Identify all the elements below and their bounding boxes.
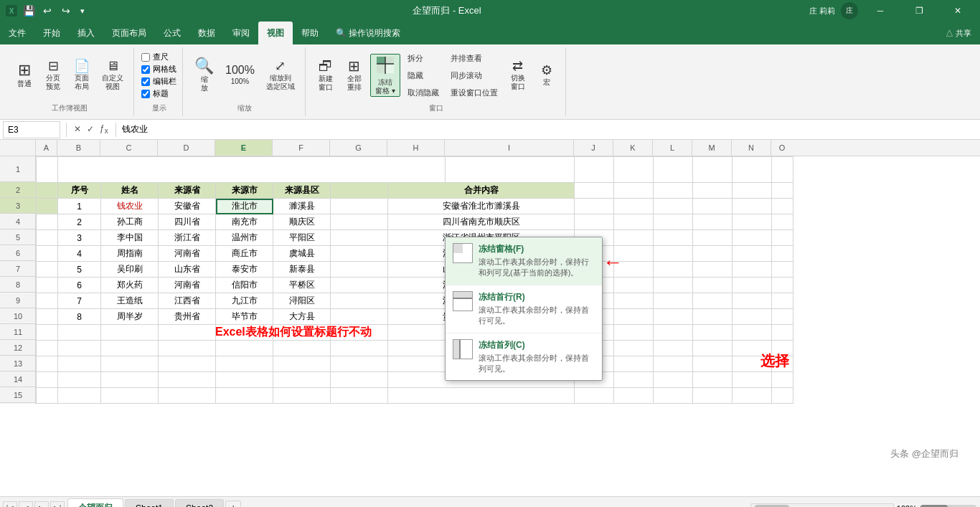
col-header-K[interactable]: K [613,140,653,156]
ruler-checkbox[interactable] [141,53,150,62]
cell-K1[interactable] [614,157,654,183]
col-header-B[interactable]: B [57,140,100,156]
tab-file[interactable]: 文件 [0,22,34,44]
side-by-side-button[interactable]: 并排查看 [446,50,502,66]
cell-C5[interactable]: 李中国 [101,230,159,246]
cell-A1[interactable] [37,157,58,183]
col-header-F[interactable]: F [273,140,330,156]
headings-checkbox[interactable] [141,90,150,98]
close-button[interactable]: ✕ [941,0,974,22]
cell-J3[interactable] [575,199,614,214]
cell-A4[interactable] [37,214,58,230]
zoom-slider[interactable] [920,505,977,508]
col-header-C[interactable]: C [100,140,158,156]
cell-A9[interactable] [37,293,58,309]
tab-data[interactable]: 数据 [189,22,224,44]
row-header-14[interactable]: 14 [0,371,36,387]
cell-I1[interactable] [446,157,575,183]
cell-E5[interactable]: 温州市 [216,230,273,246]
col-header-E[interactable]: E [215,140,273,156]
cell-K3[interactable] [614,199,654,214]
unhide-button[interactable]: 取消隐藏 [403,85,443,100]
cell-F5[interactable]: 平阳区 [273,230,331,246]
col-header-D[interactable]: D [158,140,215,156]
formulabar-checkbox[interactable] [141,77,150,86]
col-header-M[interactable]: M [692,140,732,156]
col-header-H[interactable]: H [387,140,445,156]
cell-F8[interactable]: 平桥区 [273,278,331,293]
cell-D6[interactable]: 河南省 [159,246,216,262]
cell-C3[interactable]: 钱农业 [101,199,159,214]
tab-page-layout[interactable]: 页面布局 [103,22,155,44]
cell-N1[interactable] [732,157,772,183]
cell-G2[interactable] [331,183,388,199]
row-header-5[interactable]: 5 [0,229,36,245]
cell-C10[interactable]: 周半岁 [101,309,159,325]
cell-D9[interactable]: 江西省 [159,293,216,309]
cell-E9[interactable]: 九江市 [216,293,273,309]
cell-G7[interactable] [331,262,388,278]
cell-F7[interactable]: 新泰县 [273,262,331,278]
freeze-first-col-item[interactable]: 冻结首列(C) 滚动工作表其余部分时，保持首列可见。 [446,333,602,381]
cell-D2[interactable]: 来源省 [159,183,216,199]
cell-F9[interactable]: 浔阳区 [273,293,331,309]
row-header-4[interactable]: 4 [0,214,36,229]
row-header-2[interactable]: 2 [0,182,36,198]
col-header-N[interactable]: N [732,140,771,156]
row-header-12[interactable]: 12 [0,340,36,356]
add-sheet-button[interactable]: + [225,501,241,508]
macro-button[interactable]: ⚙ 宏 [534,54,560,97]
cell-H2-merged[interactable]: 合并内容 [388,183,575,199]
row-header-1[interactable]: 1 [0,156,36,182]
cell-E6[interactable]: 商丘市 [216,246,273,262]
cell-C4[interactable]: 孙工商 [101,214,159,230]
freeze-top-row-item[interactable]: 冻结首行(R) 滚动工作表其余部分时，保持首行可见。 [446,285,602,333]
cell-A8[interactable] [37,278,58,293]
cell-O1[interactable] [772,157,793,183]
cell-M1[interactable] [693,157,732,183]
cell-B7[interactable]: 5 [58,262,101,278]
cell-D4[interactable]: 四川省 [159,214,216,230]
tab-qiwangerfui[interactable]: 企望而归 [67,498,123,508]
cell-E4[interactable]: 南充市 [216,214,273,230]
cell-A10[interactable] [37,309,58,325]
cell-D3[interactable]: 安徽省 [159,199,216,214]
tab-nav-prev[interactable]: ◀ [19,501,33,508]
cell-E10[interactable]: 毕节市 [216,309,273,325]
tab-home[interactable]: 开始 [34,22,69,44]
tab-sheet1[interactable]: Sheet1 [125,499,174,508]
cell-B5[interactable]: 3 [58,230,101,246]
cell-B3[interactable]: 1 [58,199,101,214]
cell-J1[interactable] [575,157,614,183]
cell-F2[interactable]: 来源县区 [273,183,331,199]
cell-J4[interactable] [575,214,614,230]
cell-D5[interactable]: 浙江省 [159,230,216,246]
new-window-button[interactable]: 🗗 新建窗口 [313,54,339,97]
tab-formula[interactable]: 公式 [155,22,189,44]
formula-insert-icon[interactable]: ƒx [98,122,110,136]
cell-M3[interactable] [693,199,732,214]
freeze-button[interactable]: 冻结窗格 ▾ [370,54,400,97]
h-scrollbar[interactable] [750,503,894,508]
cell-G8[interactable] [331,278,388,293]
share-button[interactable]: △ 共享 [946,22,980,44]
tab-nav-last[interactable]: ▶| [50,501,65,508]
formula-input[interactable] [119,125,980,135]
cell-B2[interactable]: 序号 [58,183,101,199]
cell-D10[interactable]: 贵州省 [159,309,216,325]
cell-B4[interactable]: 2 [58,214,101,230]
col-header-L[interactable]: L [653,140,692,156]
row-header-9[interactable]: 9 [0,293,36,308]
cell-G6[interactable] [331,246,388,262]
cell-D8[interactable]: 河南省 [159,278,216,293]
page-break-button[interactable]: ⊟ 分页预览 [40,54,66,97]
zoom-selection-button[interactable]: ⤢ 缩放到选定区域 [262,54,299,97]
cell-O3[interactable] [772,199,793,214]
cell-F4[interactable]: 顺庆区 [273,214,331,230]
tab-help[interactable]: 帮助 [293,22,327,44]
cell-G10[interactable] [331,309,388,325]
h-scrollbar-thumb[interactable] [754,505,790,508]
cell-N3[interactable] [732,199,772,214]
cell-A3[interactable] [37,199,58,214]
tab-view[interactable]: 视图 [258,22,293,44]
